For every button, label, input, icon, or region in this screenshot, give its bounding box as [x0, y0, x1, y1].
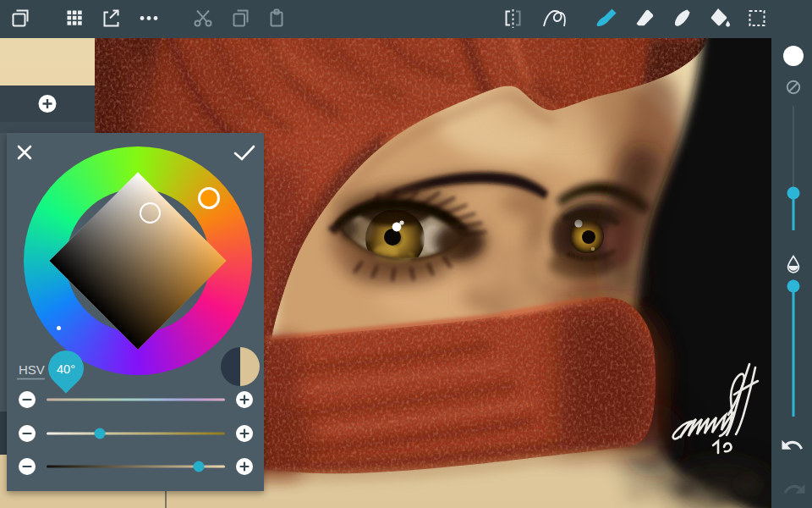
svg-text:40°: 40° — [57, 362, 75, 376]
svg-text:HSV: HSV — [19, 362, 45, 377]
